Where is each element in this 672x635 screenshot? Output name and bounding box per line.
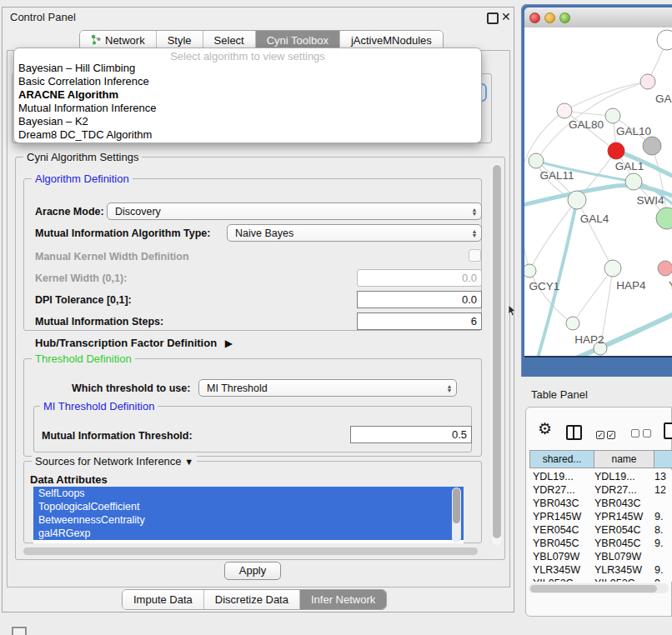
sources-group-title: Sources for Network Inference: [35, 455, 182, 468]
which-threshold-select[interactable]: MI Threshold ▲▼: [198, 379, 457, 397]
node-label: GAL4: [580, 212, 609, 225]
mi-type-label: Mutual Information Algorithm Type:: [35, 228, 210, 239]
table-cell[interactable]: 9.: [654, 564, 663, 576]
table-cell[interactable]: YDL19...: [594, 471, 635, 482]
table-cell[interactable]: YBL079W: [533, 551, 579, 562]
table-cell[interactable]: 8.: [654, 524, 663, 536]
network-node[interactable]: [605, 108, 620, 123]
mi-threshold-group-title: MI Threshold Definition: [40, 401, 158, 412]
control-panel-title: Control Panel: [10, 11, 76, 23]
mi-steps-label: Mutual Information Steps:: [35, 316, 163, 328]
network-node[interactable]: [643, 137, 661, 155]
table-cell[interactable]: YER054C: [533, 524, 579, 536]
close-icon[interactable]: ✕: [501, 10, 511, 23]
network-node[interactable]: [557, 103, 572, 118]
dpi-tolerance-input[interactable]: [357, 291, 482, 308]
table-cell[interactable]: YBR043C: [533, 498, 579, 509]
kernel-width-input[interactable]: [357, 269, 482, 287]
table-cell[interactable]: 9.: [654, 538, 663, 549]
table-cell[interactable]: YPR145W: [594, 511, 643, 522]
settings-horizontal-scrollbar[interactable]: [22, 547, 485, 556]
algorithm-definition-title: Algorithm Definition: [32, 173, 133, 185]
mi-steps-input[interactable]: [357, 312, 482, 330]
node-label: GAL80: [569, 118, 604, 131]
menu-item[interactable]: Dream8 DC_TDC Algorithm: [14, 128, 481, 142]
network-node[interactable]: [656, 208, 672, 229]
menu-item[interactable]: Basic Correlation Inference: [14, 75, 481, 88]
list-item[interactable]: BetweennessCentrality: [33, 513, 464, 527]
column-header-partial[interactable]: [654, 450, 672, 468]
table-cell[interactable]: YDL19...: [533, 471, 574, 482]
new-table-icon[interactable]: [664, 422, 672, 439]
table-cell[interactable]: YBL079W: [594, 551, 641, 562]
column-header-shared-name[interactable]: shared...: [529, 450, 594, 468]
table-cell[interactable]: YER054C: [594, 524, 641, 536]
tab-infer-network[interactable]: Infer Network: [299, 590, 386, 609]
node-label: HAP4: [616, 279, 646, 292]
table-horizontal-scrollbar[interactable]: [529, 583, 669, 593]
network-node[interactable]: [657, 30, 672, 50]
sources-group-toggle[interactable]: Sources for Network Inference ▼: [32, 456, 197, 468]
table-cell[interactable]: YLR345W: [594, 564, 642, 576]
minimize-traffic-light-icon[interactable]: [544, 12, 555, 23]
network-node-selected[interactable]: [608, 142, 624, 159]
minimized-panel-icon[interactable]: [12, 627, 27, 635]
select-all-checkboxes-icon[interactable]: ✓✓: [596, 428, 615, 440]
zoom-traffic-light-icon[interactable]: [559, 12, 570, 23]
attributes-scrollbar[interactable]: [452, 488, 461, 542]
node-label: Y: [669, 279, 672, 292]
deselect-all-checkboxes-icon[interactable]: [631, 428, 651, 440]
table-cell[interactable]: 9.: [654, 511, 663, 522]
table-cell[interactable]: YIL052C: [533, 578, 574, 582]
node-label: GAL11: [539, 169, 574, 182]
network-node[interactable]: [529, 153, 544, 168]
table-body[interactable]: YDL19... YDL19... 13 YDR27... YDR27... 1…: [529, 470, 672, 582]
menu-item[interactable]: ARACNE Algorithm: [14, 88, 481, 102]
list-item[interactable]: gal4RGexp: [33, 527, 464, 540]
columns-icon[interactable]: [566, 425, 582, 440]
manual-kernel-label: Manual Kernel Width Definition: [35, 251, 189, 262]
menu-item[interactable]: Bayesian – K2: [14, 115, 481, 128]
gear-icon[interactable]: ⚙: [538, 422, 552, 437]
float-window-icon[interactable]: [487, 12, 499, 24]
network-node[interactable]: [566, 317, 579, 330]
tab-impute-data[interactable]: Impute Data: [123, 590, 203, 609]
settings-vertical-scrollbar[interactable]: [492, 163, 502, 545]
node-label: GAL: [655, 92, 672, 105]
tab-discretize-data[interactable]: Discretize Data: [203, 590, 299, 609]
node-label: GAL10: [616, 125, 651, 138]
table-cell[interactable]: YIL052C: [594, 578, 635, 582]
table-cell[interactable]: 13: [654, 471, 666, 482]
table-cell[interactable]: YBR043C: [594, 498, 641, 509]
close-traffic-light-icon[interactable]: [529, 12, 540, 23]
hub-definition-toggle[interactable]: Hub/Transcription Factor Definition ▶: [35, 337, 233, 349]
network-node[interactable]: [625, 173, 642, 190]
apply-button[interactable]: Apply: [224, 562, 281, 580]
table-cell[interactable]: YPR145W: [533, 511, 581, 522]
table-cell[interactable]: YBR045C: [533, 538, 579, 549]
table-cell[interactable]: 9: [654, 578, 660, 582]
network-node[interactable]: [640, 74, 655, 89]
table-panel-title: Table Panel: [531, 388, 588, 401]
table-cell[interactable]: YDR27...: [594, 484, 637, 496]
mi-type-select[interactable]: Naive Bayes ▲▼: [227, 224, 482, 242]
manual-kernel-checkbox[interactable]: [469, 249, 481, 262]
column-header-name[interactable]: name: [594, 450, 654, 468]
network-node[interactable]: [658, 261, 672, 276]
network-node[interactable]: [604, 260, 621, 277]
menu-item[interactable]: Bayesian – Hill Climbing: [14, 62, 481, 75]
network-canvas[interactable]: GAL GAL80 GAL10 GAL1 GAL11 SWI4 GAL4 GCY…: [524, 28, 672, 358]
table-cell[interactable]: 12: [654, 484, 666, 496]
network-node[interactable]: [568, 191, 586, 209]
cyni-algorithm-settings-title: Cyni Algorithm Settings: [23, 152, 142, 163]
table-cell[interactable]: YDR27...: [533, 484, 575, 496]
aracne-mode-select[interactable]: Discovery ▲▼: [107, 202, 482, 220]
algorithm-dropdown-popup: Select algorithm to view settings Bayesi…: [13, 48, 482, 143]
table-cell[interactable]: YBR045C: [594, 538, 641, 549]
menu-item[interactable]: Mutual Information Inference: [14, 102, 481, 115]
table-cell[interactable]: YLR345W: [533, 564, 580, 576]
network-node[interactable]: [524, 264, 536, 278]
list-item[interactable]: TopologicalCoefficient: [33, 500, 464, 513]
list-item[interactable]: SelfLoops: [33, 487, 464, 500]
mi-threshold-input[interactable]: [350, 426, 472, 443]
